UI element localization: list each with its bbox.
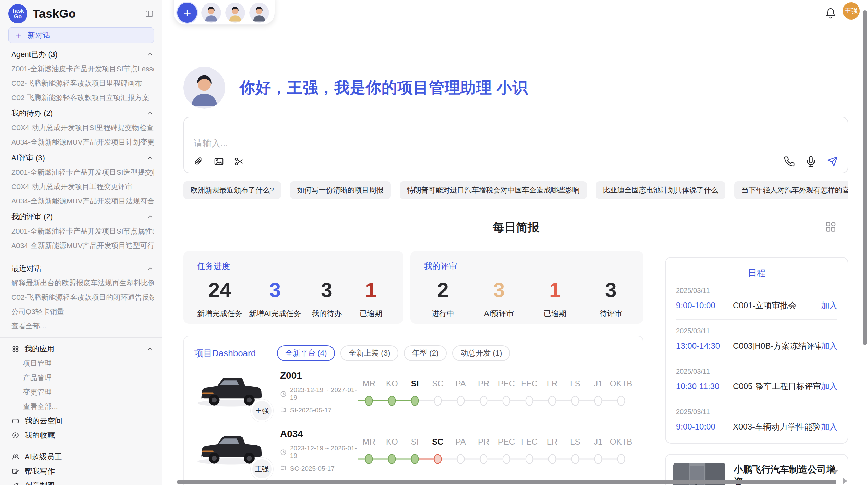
dashboard-tab-0[interactable]: 全新平台 (4) [277, 345, 335, 361]
app-item[interactable]: 项目管理 [8, 359, 154, 368]
app-item[interactable]: 变更管理 [8, 388, 154, 397]
join-meeting-link[interactable]: 加入 [821, 340, 837, 351]
sidebar-item[interactable]: Z001-全新燃油皮卡产品开发项目SI节点Lesson Learn报告 [8, 64, 154, 73]
milestone-j1[interactable]: J1 [587, 436, 610, 467]
join-meeting-link[interactable]: 加入 [821, 300, 837, 311]
milestone-mr[interactable]: MR [358, 378, 381, 409]
project-code[interactable]: A034 [280, 428, 358, 439]
milestone-pec[interactable]: PEC [495, 378, 518, 409]
milestone-sc[interactable]: SC [426, 378, 449, 409]
chevron-up-icon[interactable] [146, 110, 154, 117]
horizontal-scrollbar[interactable] [177, 480, 836, 484]
sidebar-tool-label: AI超级员工 [25, 452, 62, 461]
dashboard-tab-3[interactable]: 动总开发 (1) [452, 345, 510, 361]
layout-grid-icon[interactable] [824, 220, 837, 233]
milestone-oktb[interactable]: OKTB [610, 436, 632, 467]
join-meeting-link[interactable]: 加入 [821, 381, 837, 392]
sidebar-link-1[interactable]: 我的收藏 [8, 431, 154, 440]
vertical-scrollbar[interactable] [863, 10, 867, 345]
join-meeting-link[interactable]: 加入 [821, 421, 837, 432]
avatar[interactable] [225, 3, 245, 23]
sidebar-tool-2[interactable]: 创意制图 [8, 481, 154, 485]
milestone-mr[interactable]: MR [358, 436, 381, 467]
sidebar-item[interactable]: A034-全新新能源MUV产品开发项目计划变更表编写 [8, 138, 154, 147]
suggestion-chip[interactable]: 当下年轻人对汽车外观有怎样的喜好趋势 [734, 181, 848, 199]
send-icon[interactable] [827, 156, 838, 167]
new-session-button[interactable]: ＋ [177, 3, 197, 23]
milestone-ko[interactable]: KO [381, 378, 403, 409]
recent-chat-item[interactable]: 解释最新出台的欧盟报废车法规再生塑料比例被调至15%... [8, 278, 154, 287]
sidebar-item[interactable]: C02-飞腾新能源轻客改款项目立项汇报方案 [8, 93, 154, 102]
milestone-ko[interactable]: KO [381, 436, 403, 467]
milestone-pa[interactable]: PA [449, 436, 472, 467]
dashboard-tab-2[interactable]: 年型 (2) [404, 345, 447, 361]
milestone-si[interactable]: SI [403, 436, 426, 467]
attachment-icon[interactable] [193, 156, 204, 167]
sidebar-item[interactable]: A034-全新新能源MUV产品开发项目法规符合性评审 [8, 197, 154, 206]
recent-chat-item[interactable]: C02-飞腾新能源轻客改款项目的闭环通告反馈情况 [8, 293, 154, 302]
sidebar-link-0[interactable]: 我的云空间 [8, 416, 154, 425]
milestone-fec[interactable]: FEC [518, 378, 541, 409]
scissors-icon[interactable] [233, 156, 245, 167]
chevron-up-icon[interactable] [146, 51, 154, 58]
milestone-ls[interactable]: LS [564, 436, 587, 467]
milestone-connector [602, 459, 610, 460]
chat-input[interactable] [194, 138, 592, 149]
image-icon[interactable] [213, 156, 225, 167]
sidebar-tool-0[interactable]: AI超级员工 [8, 452, 154, 461]
milestone-oktb[interactable]: OKTB [610, 378, 632, 409]
recent-chats-group: 最近对话解释最新出台的欧盟报废车法规再生塑料比例被调至15%...C02-飞腾新… [8, 264, 154, 331]
suggestion-chip[interactable]: 如何写一份清晰的项目周报 [290, 181, 391, 199]
chevron-up-icon[interactable] [146, 345, 154, 353]
milestone-lr[interactable]: LR [541, 436, 564, 467]
sidebar-item[interactable]: C02-飞腾新能源轻客改款项目里程碑画布 [8, 79, 154, 88]
stat-row: 2进行中3AI预评审1已逾期3待评审 [424, 279, 630, 319]
recent-chats-view-all[interactable]: 查看全部... [8, 322, 154, 331]
milestone-pa[interactable]: PA [449, 378, 472, 409]
greeting-row: 你好，王强，我是你的项目管理助理 小识 [183, 0, 848, 109]
sidebar-item[interactable]: Z001-全新燃油轻卡产品开发项目SI节点属性5D文件评审 [8, 227, 154, 236]
milestone-sc[interactable]: SC [426, 436, 449, 467]
milestone-pr[interactable]: PR [472, 378, 495, 409]
milestone-si[interactable]: SI [403, 378, 426, 409]
suggestion-chip[interactable]: 欧洲新规最近颁布了什么? [183, 181, 281, 199]
milestone-pec[interactable]: PEC [495, 436, 518, 467]
notification-bell-icon[interactable] [825, 8, 836, 19]
user-avatar[interactable]: 王强 [843, 2, 860, 20]
milestone-fec[interactable]: FEC [518, 436, 541, 467]
sidebar-tool-1[interactable]: 帮我写作 [8, 467, 154, 476]
milestone-connector [495, 459, 502, 460]
new-chat-button[interactable]: ＋ 新对话 [8, 27, 154, 43]
app-item[interactable]: 产品管理 [8, 373, 154, 382]
sidebar-group-header: 我的待办 (2) [8, 109, 154, 118]
phone-icon[interactable] [784, 156, 795, 167]
milestone-pr[interactable]: PR [472, 436, 495, 467]
chevron-up-icon[interactable] [146, 213, 154, 221]
milestone-dot [571, 454, 579, 464]
chevron-up-icon[interactable] [146, 265, 154, 272]
scroll-right-arrow-icon[interactable] [843, 478, 847, 484]
stat-label: 待评审 [592, 309, 630, 319]
avatar[interactable] [201, 3, 221, 23]
microphone-icon[interactable] [805, 156, 817, 167]
sidebar-item[interactable]: C0X4-动力总成开发项目SI里程碑提交物检查 [8, 123, 154, 132]
sidebar-item[interactable]: Z001-全新燃油轻卡产品开发项目SI造型提交物评审 [8, 168, 154, 177]
suggestion-chip[interactable]: 比亚迪全固态电池计划具体说了什么 [596, 181, 725, 199]
dashboard-tab-1[interactable]: 全新上装 (3) [340, 345, 398, 361]
milestone-j1[interactable]: J1 [587, 378, 610, 409]
milestone-connector [381, 459, 388, 460]
sidebar-item[interactable]: C0X4-动力总成开发项目工程变更评审 [8, 182, 154, 191]
apps-view-all[interactable]: 查看全部... [8, 402, 154, 411]
milestone-ls[interactable]: LS [564, 378, 587, 409]
collapse-sidebar-icon[interactable] [145, 9, 154, 18]
milestone-track: MRKOSISCPAPRPECFECLRLSJ1OKTB [358, 436, 632, 467]
suggestion-chip[interactable]: 特朗普可能对进口汽车增税会对中国车企造成哪些影响 [400, 181, 587, 199]
avatar[interactable] [249, 3, 269, 23]
chevron-up-icon[interactable] [146, 154, 154, 162]
milestone-lr[interactable]: LR [541, 378, 564, 409]
project-code[interactable]: Z001 [280, 370, 358, 381]
scroll-down-arrow-icon[interactable] [832, 470, 839, 474]
milestone-connector [610, 459, 617, 460]
recent-chat-item[interactable]: 公司Q3轻卡销量 [8, 307, 154, 316]
sidebar-item[interactable]: A034-全新新能源MUV产品开发项目造型可行性评审 [8, 241, 154, 250]
